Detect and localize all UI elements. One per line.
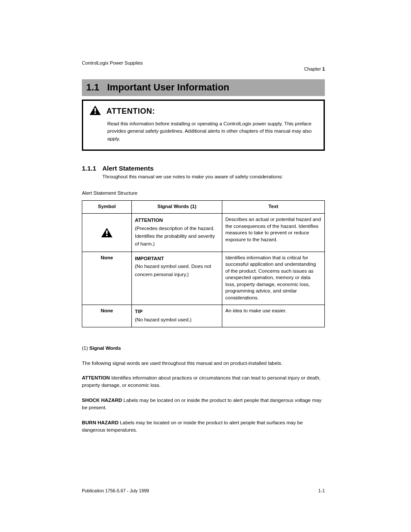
text-desc: Describes an actual or potential hazard … <box>222 214 325 252</box>
section-title: Important User Information <box>107 82 230 93</box>
table-row: ATTENTION (Precedes description of the h… <box>82 214 325 252</box>
subsection-body: Throughout this manual we use notes to m… <box>102 174 283 179</box>
product-name: ControlLogix Power Supplies <box>82 60 325 65</box>
signal-word: TIP <box>135 309 143 314</box>
col-symbol: Symbol <box>82 200 132 214</box>
sig-item-desc: Identifies information about practices o… <box>82 375 321 388</box>
subsection-number: 1.1.1 <box>82 165 96 172</box>
table-header-row: Symbol Signal Words (1) Text <box>82 200 325 214</box>
signal-word: ATTENTION <box>135 218 163 223</box>
signal-desc: (No hazard symbol used.) <box>135 317 192 322</box>
sig-item-word: BURN HAZARD <box>82 420 118 425</box>
no-symbol-cell: None <box>82 252 132 305</box>
sig-item-word: SHOCK HAZARD <box>82 398 122 403</box>
svg-rect-2 <box>94 112 96 114</box>
chapter-number: 1 <box>322 66 325 72</box>
table-row: None TIP (No hazard symbol used.) An ide… <box>82 305 325 327</box>
alert-table: Symbol Signal Words (1) Text ATTENTION (… <box>82 200 325 327</box>
sig-intro: The following signal words are used thro… <box>82 361 282 366</box>
subsection-heading: 1.1.1 Alert Statements Throughout this m… <box>82 164 325 181</box>
chapter-line: Chapter 1 <box>82 66 325 72</box>
sig-title: Signal Words <box>89 345 121 351</box>
subsection-title: Alert Statements <box>102 165 153 172</box>
col-signal: Signal Words (1) <box>132 200 222 214</box>
svg-rect-1 <box>94 108 96 112</box>
section-number: 1.1 <box>86 82 100 93</box>
footer-publication: Publication 1756-5.67 - July 1999 <box>82 488 149 493</box>
signal-desc: (Precedes description of the hazard. Ide… <box>135 226 215 247</box>
no-symbol-cell: None <box>82 305 132 327</box>
attention-box: ATTENTION: Read this information before … <box>82 100 325 151</box>
text-desc: An idea to make use easier. <box>222 305 325 327</box>
footer-page-number: 1-1 <box>318 488 325 493</box>
warning-triangle-icon <box>89 105 101 118</box>
table-row: None IMPORTANT (No hazard symbol used. D… <box>82 252 325 305</box>
sig-num: (1) <box>82 345 88 351</box>
svg-rect-4 <box>106 230 107 234</box>
table-caption: Alert Statement Structure <box>82 190 325 197</box>
warning-triangle-icon <box>101 233 113 239</box>
sig-item-word: ATTENTION <box>82 375 110 380</box>
signal-desc: (No hazard symbol used. Does not concern… <box>135 264 211 277</box>
attention-text: Read this information before installing … <box>89 120 316 143</box>
signal-words-section: (1) Signal Words The following signal wo… <box>82 345 325 434</box>
section-heading: 1.1 Important User Information <box>82 79 325 96</box>
col-text: Text <box>222 200 325 214</box>
text-desc: Identifies information that is critical … <box>222 252 325 305</box>
svg-rect-5 <box>106 235 107 236</box>
signal-word: IMPORTANT <box>135 256 164 261</box>
attention-label: ATTENTION: <box>106 107 155 116</box>
chapter-label: Chapter <box>304 66 321 72</box>
